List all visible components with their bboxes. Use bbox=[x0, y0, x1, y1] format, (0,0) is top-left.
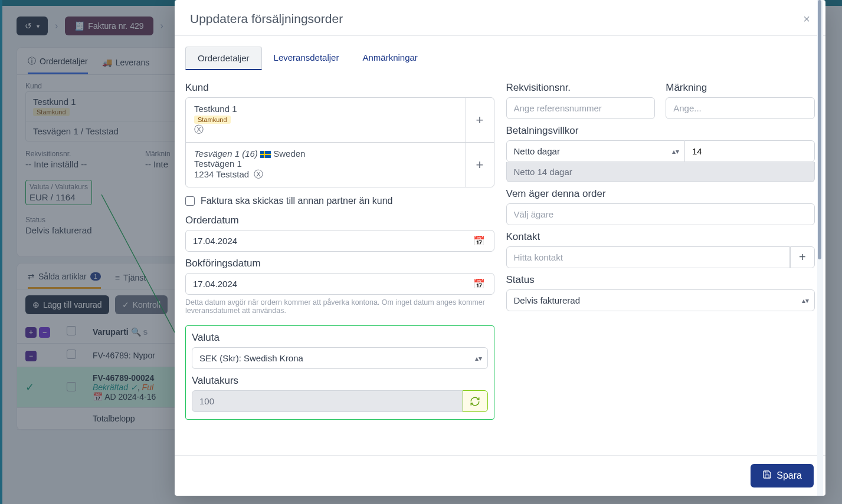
add-contact-button[interactable]: + bbox=[790, 246, 815, 268]
scrollbar-thumb[interactable] bbox=[818, 0, 821, 259]
add-address-button[interactable]: + bbox=[466, 143, 494, 187]
currency-section-highlight: Valuta SEK (Skr): Swedish Krona ▴▾ Valut… bbox=[185, 325, 494, 420]
save-icon bbox=[762, 470, 772, 482]
currency-select[interactable]: SEK (Skr): Swedish Krona bbox=[192, 347, 488, 369]
payment-terms-select[interactable]: Netto dagar bbox=[506, 140, 686, 162]
bookdate-help: Detta datum avgör när ordern kommer att … bbox=[185, 298, 494, 315]
clear-customer-icon[interactable]: ⓧ bbox=[194, 124, 204, 136]
update-order-modal: Uppdatera försäljningsorder × Orderdetal… bbox=[175, 0, 825, 496]
select-caret-icon: ▴▾ bbox=[475, 354, 482, 363]
rate-label: Valutakurs bbox=[192, 375, 488, 387]
exchange-rate-input[interactable] bbox=[192, 390, 463, 412]
save-button[interactable]: Spara bbox=[751, 464, 814, 487]
tab-orderdetails[interactable]: Orderdetaljer bbox=[185, 47, 262, 70]
status-label: Status bbox=[506, 274, 815, 286]
flag-sweden-icon bbox=[260, 151, 271, 158]
orderdate-label: Orderdatum bbox=[185, 215, 494, 226]
orderdate-input[interactable] bbox=[185, 230, 494, 252]
clear-address-icon[interactable]: ⓧ bbox=[254, 169, 263, 181]
other-partner-checkbox[interactable] bbox=[185, 196, 195, 206]
payment-label: Betalningsvillkor bbox=[506, 125, 815, 137]
address-line: 1234 Teststad bbox=[194, 169, 249, 179]
payment-days-input[interactable] bbox=[685, 140, 815, 162]
bookdate-input[interactable] bbox=[185, 273, 494, 295]
status-select[interactable]: Delvis fakturerad bbox=[506, 289, 815, 311]
owner-input[interactable] bbox=[506, 203, 815, 225]
owner-label: Vem äger denna order bbox=[506, 188, 815, 200]
refresh-rate-button[interactable] bbox=[463, 390, 487, 412]
add-customer-button[interactable]: + bbox=[466, 98, 494, 142]
address-line: Tesvägen 1 (16) bbox=[194, 149, 258, 159]
checkbox-label: Faktura ska skickas till annan partner ä… bbox=[201, 196, 393, 206]
bookdate-label: Bokföringsdatum bbox=[185, 258, 494, 269]
country: Sweden bbox=[273, 149, 305, 159]
select-caret-icon: ▴▾ bbox=[802, 297, 809, 305]
tab-deliverydetails[interactable]: Leveransdetaljer bbox=[262, 47, 351, 70]
payment-help: Netto 14 dagar bbox=[506, 162, 815, 182]
contact-label: Kontakt bbox=[506, 231, 815, 243]
req-label: Rekvisitionsnr. bbox=[506, 82, 656, 94]
close-button[interactable]: × bbox=[803, 12, 810, 26]
req-input[interactable] bbox=[506, 97, 656, 119]
scrollbar-track[interactable] bbox=[817, 0, 823, 496]
tab-notes[interactable]: Anmärkningar bbox=[350, 47, 429, 70]
modal-title: Uppdatera försäljningsorder bbox=[190, 12, 343, 26]
contact-input[interactable] bbox=[506, 246, 790, 268]
customer-tag: Stamkund bbox=[194, 116, 231, 124]
currency-label: Valuta bbox=[192, 332, 488, 344]
marking-label: Märkning bbox=[666, 82, 815, 94]
address-line: Testvägen 1 bbox=[194, 159, 242, 169]
customer-label: Kund bbox=[185, 82, 494, 94]
save-label: Spara bbox=[777, 470, 802, 481]
customer-name: Testkund 1 bbox=[194, 104, 457, 114]
select-caret-icon: ▴▾ bbox=[672, 147, 679, 156]
marking-input[interactable] bbox=[666, 97, 815, 119]
customer-box: Testkund 1 Stamkund ⓧ + Tesvägen 1 (16) … bbox=[185, 97, 494, 187]
refresh-icon bbox=[470, 396, 480, 407]
